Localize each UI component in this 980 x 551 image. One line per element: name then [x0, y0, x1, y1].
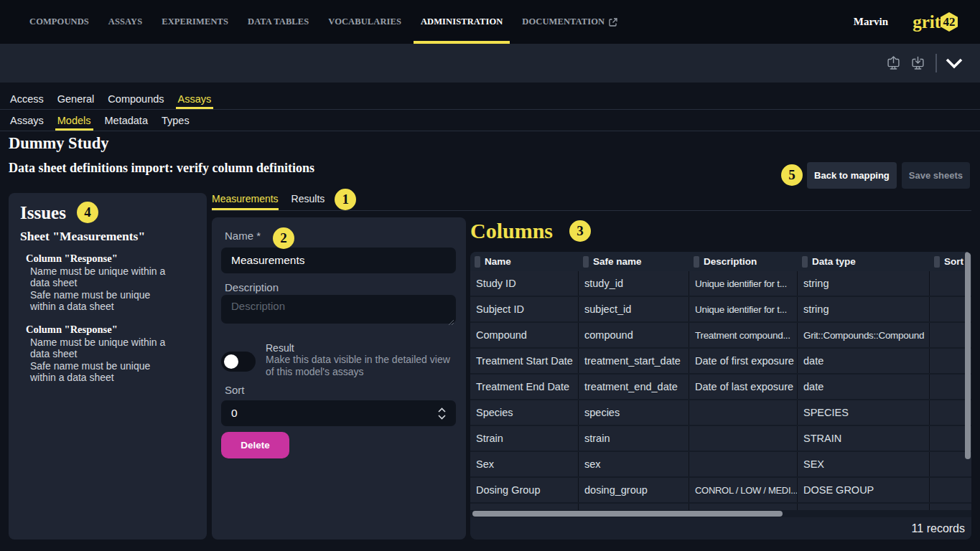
issue-message: Name must be unique within a data sheet	[30, 336, 174, 359]
table-cell: Date of first exposure	[689, 349, 798, 373]
drag-handle-icon[interactable]	[583, 256, 589, 268]
subtab-models[interactable]: Models	[55, 116, 93, 131]
issue-group: Column "Response" Name must be unique wi…	[26, 253, 195, 312]
tab-general[interactable]: General	[55, 94, 97, 110]
nav-item-documentation-label: DOCUMENTATION	[522, 17, 605, 27]
import-upload-icon[interactable]	[886, 56, 901, 71]
sort-spinner[interactable]	[438, 408, 446, 420]
columns-area: Columns 3 Name Safe name Description Dat…	[470, 217, 971, 540]
nav-item-experiments[interactable]: EXPERIMENTS	[154, 0, 235, 44]
sort-input[interactable]: 0	[221, 400, 456, 426]
column-header-name[interactable]: Name	[470, 252, 579, 271]
back-to-mapping-button[interactable]: Back to mapping	[807, 162, 897, 189]
textarea-resize-handle[interactable]	[448, 316, 454, 322]
table-cell: Treatment compound...	[689, 323, 798, 347]
subtab-assays[interactable]: Assays	[8, 116, 46, 131]
description-textarea[interactable]: Description	[221, 295, 456, 324]
table-row[interactable]: Treatment End Datetreatment_end_dateDate…	[470, 375, 971, 400]
table-cell	[579, 504, 689, 510]
export-download-icon[interactable]	[910, 56, 925, 71]
subheader-actions: 5 Back to mapping Save sheets	[781, 162, 970, 189]
name-label: Name *	[225, 230, 261, 242]
table-row[interactable]: SexsexSEX	[470, 452, 971, 478]
table-row[interactable]: Study IDstudy_idUnique identifier for t.…	[470, 271, 971, 297]
horizontal-scrollbar-thumb[interactable]	[472, 511, 783, 517]
table-cell: STRAIN	[798, 426, 930, 451]
drag-handle-icon[interactable]	[934, 256, 940, 268]
assays-subtabs: Assays Models Metadata Types	[0, 110, 980, 131]
nav-item-administration[interactable]: ADMINISTRATION	[414, 0, 510, 44]
column-header-description[interactable]: Description	[689, 252, 798, 271]
column-header-label: Safe name	[593, 256, 642, 267]
table-row[interactable]: SpeciesspeciesSPECIES	[470, 400, 971, 426]
table-row[interactable]: Dosing Groupdosing_groupCONROL / LOW / M…	[470, 478, 971, 504]
delete-button[interactable]: Delete	[221, 432, 289, 458]
tab-compounds[interactable]: Compounds	[106, 94, 166, 110]
result-toggle[interactable]	[221, 352, 256, 372]
secondary-toolbar	[0, 44, 980, 83]
name-input[interactable]: Measurements	[221, 248, 456, 273]
table-cell: species	[579, 400, 689, 425]
table-cell: Species	[470, 400, 579, 425]
table-cell: strain	[579, 426, 689, 451]
issue-message: Safe name must be unique within a data s…	[30, 360, 174, 383]
table-cell	[470, 504, 579, 510]
table-body: Study IDstudy_idUnique identifier for t.…	[470, 271, 971, 510]
table-cell: sex	[579, 452, 689, 476]
issue-group: Column "Response" Name must be unique wi…	[26, 324, 195, 383]
annotation-badge-1: 1	[335, 189, 356, 210]
nav-item-vocabularies[interactable]: VOCABULARIES	[321, 0, 409, 44]
collapse-chevron-icon[interactable]	[946, 58, 963, 69]
record-count: 11 records	[912, 522, 965, 535]
admin-tabs: Access General Compounds Assays	[0, 88, 980, 110]
annotation-badge-3: 3	[569, 220, 591, 242]
drag-handle-icon[interactable]	[802, 256, 808, 268]
table-cell: dosing_group	[579, 478, 689, 502]
sheet-tab-measurements[interactable]: Measurements	[212, 193, 279, 210]
drag-handle-icon[interactable]	[475, 256, 480, 268]
column-header-safe-name[interactable]: Safe name	[579, 252, 689, 271]
result-description: Make this data visible in the detailed v…	[266, 354, 456, 377]
current-user[interactable]: Marvin	[854, 16, 888, 28]
issue-column-heading: Column "Response"	[26, 324, 195, 336]
table-cell	[798, 504, 930, 510]
save-sheets-button[interactable]: Save sheets	[902, 162, 970, 189]
nav-item-compounds[interactable]: COMPOUNDS	[22, 0, 96, 44]
table-cell: Unique identifier for t...	[689, 297, 798, 321]
sort-value: 0	[231, 407, 238, 420]
table-row[interactable]: Subject IDsubject_idUnique identifier fo…	[470, 297, 971, 323]
column-header-data-type[interactable]: Data type	[798, 252, 930, 271]
subtab-metadata[interactable]: Metadata	[103, 116, 150, 131]
table-cell: Study ID	[470, 271, 579, 296]
nav-item-assays[interactable]: ASSAYS	[101, 0, 149, 44]
table-cell: SEX	[798, 452, 930, 476]
vertical-scrollbar-thumb[interactable]	[965, 252, 971, 459]
table-cell	[689, 452, 798, 476]
drag-handle-icon[interactable]	[694, 256, 699, 268]
name-label-row: Name * 2	[225, 228, 456, 247]
topbar-right: Marvin grit 42	[854, 0, 980, 44]
tab-assays[interactable]: Assays	[176, 94, 214, 110]
table-row[interactable]: StrainstrainSTRAIN	[470, 426, 971, 452]
nav-item-documentation[interactable]: DOCUMENTATION	[515, 0, 625, 44]
issue-message: Name must be unique within a data sheet	[30, 265, 174, 288]
horizontal-scrollbar[interactable]	[470, 510, 971, 517]
table-row-partial[interactable]	[470, 504, 971, 510]
subtab-types[interactable]: Types	[159, 116, 192, 131]
main-nav: COMPOUNDS ASSAYS EXPERIMENTS DATA TABLES…	[22, 0, 630, 44]
sheet-tab-results[interactable]: Results	[291, 193, 325, 210]
page-subtitle: Data sheet definitions import: verify co…	[9, 160, 314, 176]
table-cell	[930, 504, 971, 510]
table-row[interactable]: Treatment Start Datetreatment_start_date…	[470, 349, 971, 375]
grit42-logo[interactable]: grit 42	[913, 12, 958, 32]
nav-item-data-tables[interactable]: DATA TABLES	[241, 0, 316, 44]
table-cell: treatment_start_date	[579, 349, 689, 373]
table-cell: Treatment End Date	[470, 375, 579, 399]
issue-message: Safe name must be unique within a data s…	[30, 289, 174, 312]
tab-access[interactable]: Access	[8, 94, 46, 110]
table-row[interactable]: CompoundcompoundTreatment compound...Gri…	[470, 323, 971, 349]
description-label: Description	[225, 281, 456, 294]
main-content: Issues 4 Sheet "Measurements" Column "Re…	[9, 193, 971, 540]
table-cell: string	[798, 297, 930, 321]
table-cell: Grit::Compounds::Compound	[798, 323, 930, 347]
